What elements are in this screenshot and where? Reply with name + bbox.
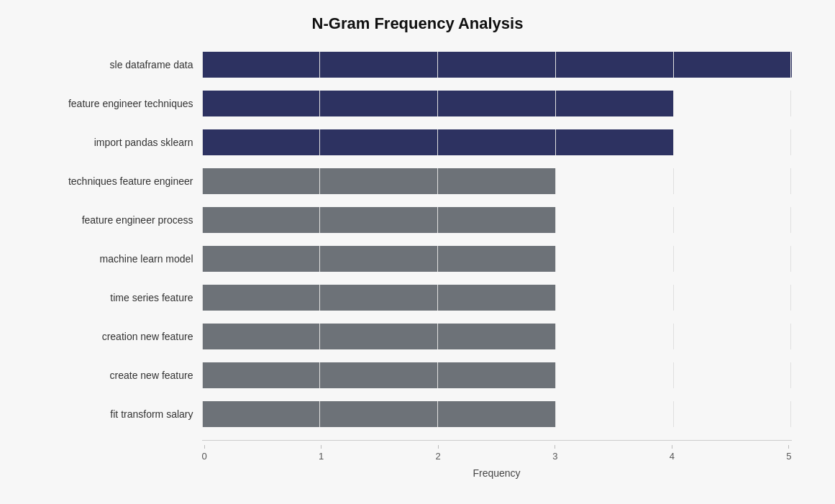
bar-fill [202, 91, 674, 116]
x-axis-label: Frequency [44, 467, 792, 479]
bar-label: machine learn model [44, 253, 202, 265]
bar-fill [202, 207, 556, 233]
bar-row: time series feature [44, 280, 792, 315]
bar-fill [202, 285, 556, 311]
x-tick: 3 [552, 445, 557, 462]
bar-track [202, 91, 792, 116]
bar-fill [202, 401, 556, 427]
bar-track [202, 401, 792, 427]
bar-fill [202, 129, 674, 155]
bar-row: machine learn model [44, 242, 792, 276]
bar-row: creation new feature [44, 319, 792, 354]
bar-row: feature engineer process [44, 203, 792, 237]
x-tick: 5 [786, 445, 791, 462]
bar-track [202, 168, 792, 194]
x-tick: 4 [670, 445, 675, 462]
bar-fill [202, 362, 556, 388]
bar-track [202, 246, 792, 272]
bar-track [202, 362, 792, 388]
bar-fill [202, 324, 556, 349]
bar-track [202, 129, 792, 155]
bar-fill [202, 246, 556, 272]
x-tick: 2 [436, 445, 441, 462]
x-tick: 1 [319, 445, 324, 462]
bar-row: fit transform salary [44, 397, 792, 431]
bar-label: techniques feature engineer [44, 175, 202, 187]
chart-container: N-Gram Frequency Analysis sle dataframe … [22, 0, 813, 504]
bar-fill [202, 52, 792, 78]
bar-label: feature engineer process [44, 214, 202, 226]
bar-row: feature engineer techniques [44, 86, 792, 121]
bar-label: creation new feature [44, 331, 202, 342]
bar-row: import pandas sklearn [44, 125, 792, 160]
bar-row: techniques feature engineer [44, 164, 792, 198]
bar-label: fit transform salary [44, 408, 202, 420]
bar-label: time series feature [44, 292, 202, 303]
chart-title: N-Gram Frequency Analysis [44, 14, 792, 33]
bar-track [202, 324, 792, 349]
x-tick: 0 [202, 445, 207, 462]
bar-label: import pandas sklearn [44, 137, 202, 148]
bar-row: sle dataframe data [44, 47, 792, 82]
bar-label: feature engineer techniques [44, 98, 202, 109]
bar-fill [202, 168, 556, 194]
bar-track [202, 285, 792, 311]
x-axis: 012345 [44, 440, 792, 462]
bar-track [202, 207, 792, 233]
bar-row: create new feature [44, 358, 792, 393]
bar-track [202, 52, 792, 78]
bar-label: create new feature [44, 370, 202, 381]
bar-label: sle dataframe data [44, 59, 202, 70]
